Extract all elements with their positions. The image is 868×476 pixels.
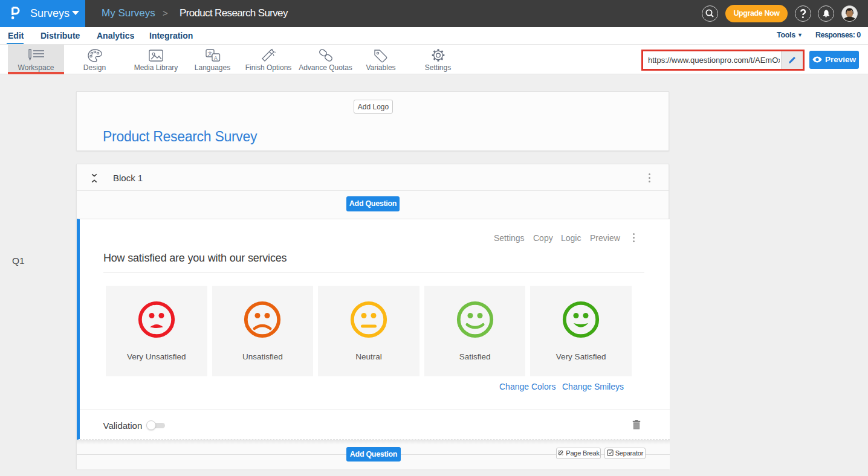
svg-text:A: A	[214, 55, 218, 61]
svg-text:文: 文	[207, 51, 212, 56]
